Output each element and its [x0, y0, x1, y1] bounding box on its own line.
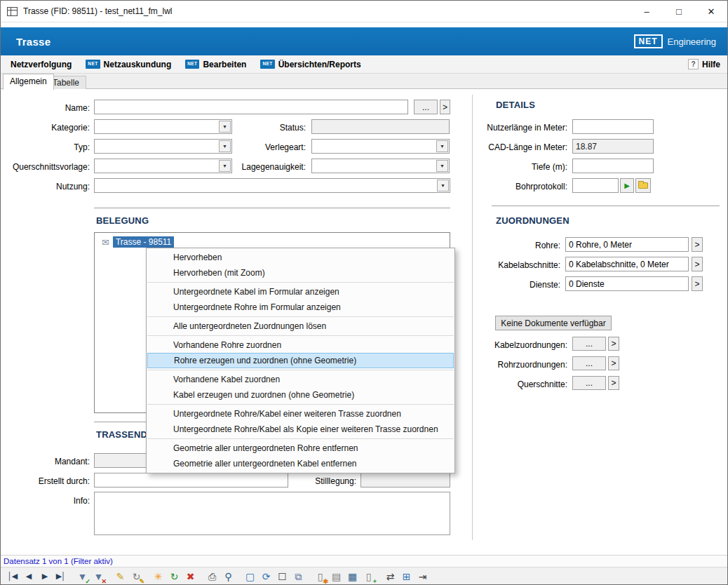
nutzung-label: Nutzung: — [2, 182, 90, 191]
menu-bearbeiten[interactable]: NET Bearbeiten — [185, 60, 246, 69]
chevron-down-icon[interactable]: ▼ — [436, 140, 448, 152]
minimize-button[interactable]: – — [631, 1, 663, 22]
document-icon[interactable]: ▤ — [329, 569, 344, 584]
context-menu-item-kopie-weitere-trasse[interactable]: Untergeordnete Rohre/Kabel als Kopie ein… — [147, 422, 454, 437]
context-menu-item-rohre-erzeugen[interactable]: Rohre erzeugen und zuordnen (ohne Geomet… — [147, 353, 454, 368]
transfer-icon[interactable]: ⇄ — [383, 569, 398, 584]
kabelabschnitte-goto-button[interactable]: > — [692, 257, 703, 271]
context-menu-item-geometrie-rohre-entfernen[interactable]: Geometrie aller untergeordneten Rohre en… — [147, 441, 454, 456]
window-title: Trasse (FID: 98511) - test_net11_fm_lwl — [23, 6, 631, 16]
typ-select[interactable]: ▼ — [94, 139, 232, 154]
querschnitte-browse-button[interactable]: ... — [572, 376, 606, 390]
kabelabschnitte-label: Kabelabschnitte: — [485, 260, 560, 270]
kabelzuordnungen-browse-button[interactable]: ... — [572, 337, 606, 351]
tab-allgemein[interactable]: Allgemein — [3, 74, 54, 90]
dienste-input[interactable]: 0 Dienste — [565, 276, 689, 291]
name-input[interactable] — [94, 100, 408, 114]
edit-icon[interactable]: ✎ — [113, 569, 128, 584]
menu-netzverfolgung[interactable]: Netzverfolgung — [11, 60, 72, 69]
new-document-icon[interactable]: ▯✱ — [313, 569, 328, 584]
querschnittsvorlage-select[interactable]: ▼ — [94, 159, 232, 173]
name-browse-button[interactable]: ... — [414, 100, 438, 114]
print-icon[interactable]: ⎙ — [205, 569, 220, 584]
kategorie-select[interactable]: ▼ — [94, 119, 232, 134]
verlegeart-select[interactable]: ▼ — [311, 139, 450, 154]
info-textarea[interactable] — [94, 492, 450, 535]
bohrprotokoll-play-button[interactable]: ▶ — [620, 178, 634, 193]
nutzerlaenge-input[interactable] — [572, 119, 654, 134]
rohrzuordnungen-browse-button[interactable]: ... — [572, 356, 606, 370]
edit-refresh-icon[interactable]: ↻✎ — [129, 569, 144, 584]
dienste-goto-button[interactable]: > — [692, 276, 703, 291]
erstellt-durch-input[interactable] — [94, 473, 288, 488]
nav-next-icon[interactable]: ▶ — [37, 569, 52, 584]
querschnitte-goto-button[interactable]: > — [608, 376, 619, 390]
context-menu-item-hervorheben[interactable]: Hervorheben — [147, 250, 454, 265]
document-add-icon[interactable]: ▯+ — [361, 569, 376, 584]
exit-icon[interactable]: ⇥ — [415, 569, 430, 584]
bohrprotokoll-open-button[interactable] — [635, 178, 651, 193]
rohre-input[interactable]: 0 Rohre, 0 Meter — [565, 237, 689, 252]
delete-icon[interactable]: ✖ — [183, 569, 198, 584]
chevron-down-icon[interactable]: ▼ — [437, 180, 449, 191]
map-refresh-icon[interactable]: ↻ — [167, 569, 182, 584]
tiefe-input[interactable] — [572, 159, 654, 173]
menu-separator — [147, 335, 454, 336]
context-menu-item-zuordnungen-loesen[interactable]: Alle untergeordneten Zuordnungen lösen — [147, 318, 454, 334]
name-goto-button[interactable]: > — [440, 100, 450, 114]
close-button[interactable]: ✕ — [695, 1, 727, 22]
kabelzuordnungen-goto-button[interactable]: > — [608, 337, 619, 351]
select-area-icon[interactable]: ☐ — [275, 569, 290, 584]
menu-netzauskundung[interactable]: NET Netzauskundung — [86, 60, 171, 69]
refresh-view-icon[interactable]: ⟳ — [259, 569, 274, 584]
title-bar: Trasse (FID: 98511) - test_net11_fm_lwl … — [1, 1, 727, 22]
belegung-section-title: BELEGUNG — [96, 215, 149, 226]
chevron-down-icon[interactable]: ▼ — [219, 140, 231, 152]
tree-row[interactable]: ✉ Trasse - 98511 — [102, 236, 450, 248]
trasse-node-icon: ✉ — [102, 238, 109, 247]
chevron-down-icon[interactable]: ▼ — [436, 160, 448, 172]
page-title: Trasse — [16, 36, 50, 48]
context-menu-item-kabel-formular[interactable]: Untergeordnete Kabel im Formular anzeige… — [147, 284, 454, 300]
keine-dokumente-button[interactable]: Keine Dokumente verfügbar — [495, 316, 612, 330]
context-menu-item-hervorheben-zoom[interactable]: Hervorheben (mit Zoom) — [147, 265, 454, 281]
chevron-down-icon[interactable]: ▼ — [219, 160, 231, 172]
rohre-goto-button[interactable]: > — [692, 237, 703, 252]
application-window: Trasse (FID: 98511) - test_net11_fm_lwl … — [0, 0, 728, 585]
nav-prior-icon[interactable]: ◀ — [21, 569, 36, 584]
window-fit-icon[interactable]: ⊞ — [399, 569, 414, 584]
maximize-button[interactable]: □ — [663, 1, 695, 22]
nutzung-select[interactable]: ▼ — [94, 178, 450, 193]
net-icon: NET — [260, 60, 274, 69]
nav-last-icon[interactable]: ▶│ — [53, 569, 68, 584]
bohrprotokoll-input[interactable] — [572, 178, 619, 193]
rohre-label: Rohre: — [485, 241, 560, 250]
cad-laenge-input: 18.87 — [572, 139, 654, 154]
context-menu-item-vorhandene-rohre[interactable]: Vorhandene Rohre zuordnen — [147, 337, 454, 353]
context-menu-item-vorhandene-kabel[interactable]: Vorhandene Kabel zuordnen — [147, 372, 454, 387]
context-menu-item-kabel-erzeugen[interactable]: Kabel erzeugen und zuordnen (ohne Geomet… — [147, 387, 454, 403]
rohrzuordnungen-goto-button[interactable]: > — [608, 356, 619, 370]
document-grid-icon[interactable]: ▦ — [345, 569, 360, 584]
context-menu-item-weitere-trasse[interactable]: Untergeordnete Rohre/Kabel einer weitere… — [147, 406, 454, 422]
copy-icon[interactable]: ⧉ — [291, 569, 306, 584]
nav-first-icon[interactable]: │◀ — [5, 569, 20, 584]
net-logo-box: NET — [634, 34, 663, 48]
kategorie-value — [95, 120, 219, 133]
tiefe-label: Tiefe (m): — [476, 162, 567, 172]
panel-icon[interactable]: ▢ — [243, 569, 257, 584]
filter-set-icon[interactable]: ▼✓ — [75, 569, 90, 584]
lagegenauigkeit-select[interactable]: ▼ — [311, 159, 450, 173]
chevron-down-icon[interactable]: ▼ — [219, 121, 231, 133]
zoom-icon[interactable]: ⚲ — [221, 569, 236, 584]
filter-remove-icon[interactable]: ▼✕ — [91, 569, 106, 584]
tree-node-label[interactable]: Trasse - 98511 — [113, 236, 174, 248]
menu-label: Netzauskundung — [104, 60, 172, 69]
context-menu-item-rohre-formular[interactable]: Untergeordnete Rohre im Formular anzeige… — [147, 300, 454, 315]
kabelabschnitte-input[interactable]: 0 Kabelabschnitte, 0 Meter — [565, 257, 689, 271]
context-menu-item-geometrie-kabel-entfernen[interactable]: Geometrie aller untergeordneten Kabel en… — [147, 456, 454, 471]
zuordnungen-section-title: ZUORDNUNGEN — [496, 215, 569, 226]
highlight-icon[interactable]: ✳ — [151, 569, 166, 584]
menu-hilfe[interactable]: ? Hilfe — [688, 59, 720, 69]
menu-uebersichten-reports[interactable]: NET Übersichten/Reports — [260, 60, 360, 69]
